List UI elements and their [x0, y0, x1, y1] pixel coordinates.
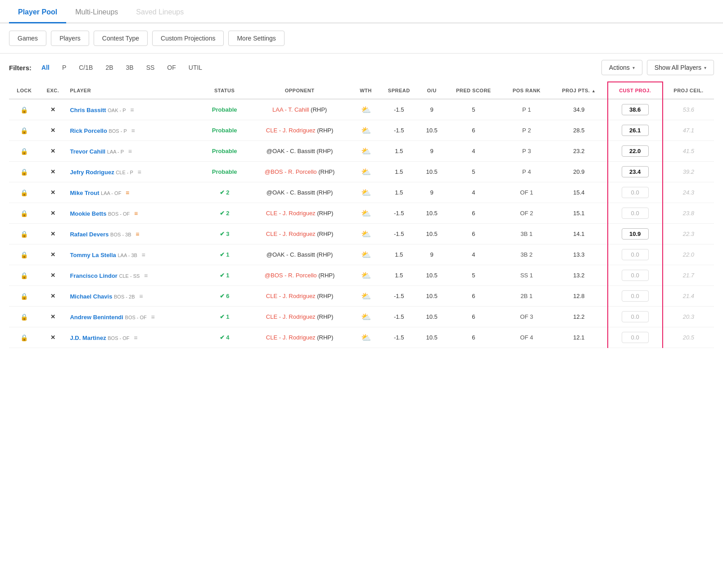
- opponent-name[interactable]: @OAK - C. Bassitt: [267, 251, 315, 258]
- lock-cell[interactable]: 🔒: [9, 203, 40, 224]
- pos-filter-p[interactable]: P: [59, 63, 69, 72]
- cust-proj-input[interactable]: [622, 311, 649, 322]
- player-note-icon[interactable]: ≡: [126, 189, 129, 196]
- cust-proj-input[interactable]: [622, 290, 649, 302]
- pos-filter-ss[interactable]: SS: [144, 63, 158, 72]
- lock-cell[interactable]: 🔒: [9, 162, 40, 182]
- pos-filter-3b[interactable]: 3B: [123, 63, 136, 72]
- opponent-name[interactable]: CLE - J. Rodriguez: [266, 231, 316, 237]
- opponent-name[interactable]: @BOS - R. Porcello: [265, 168, 317, 175]
- opponent-name[interactable]: LAA - T. Cahill: [272, 106, 309, 113]
- lock-cell[interactable]: 🔒: [9, 120, 40, 141]
- exclude-icon[interactable]: ✕: [50, 313, 55, 320]
- lock-cell[interactable]: 🔒: [9, 182, 40, 203]
- player-note-icon[interactable]: ≡: [137, 168, 141, 176]
- player-note-icon[interactable]: ≡: [134, 334, 137, 341]
- exc-cell[interactable]: ✕: [40, 327, 67, 348]
- contest-type-filter-button[interactable]: Contest Type: [94, 31, 148, 46]
- cust-proj-input[interactable]: [622, 166, 649, 177]
- lock-icon[interactable]: 🔒: [20, 231, 28, 238]
- player-name[interactable]: Trevor Cahill: [70, 148, 105, 155]
- lock-icon[interactable]: 🔒: [20, 189, 28, 196]
- cust-proj-input[interactable]: [622, 228, 649, 240]
- cust-proj-input[interactable]: [622, 104, 649, 115]
- lock-cell[interactable]: 🔒: [9, 224, 40, 244]
- player-name[interactable]: Chris Bassitt: [70, 107, 106, 113]
- exclude-icon[interactable]: ✕: [50, 293, 55, 299]
- exc-cell[interactable]: ✕: [40, 99, 67, 120]
- cust-proj-input[interactable]: [622, 187, 649, 198]
- player-name[interactable]: Francisco Lindor: [70, 272, 117, 279]
- pos-filter-c1b[interactable]: C/1B: [76, 63, 95, 72]
- opponent-name[interactable]: @OAK - C. Bassitt: [267, 189, 315, 196]
- player-name[interactable]: Jefry Rodriguez: [70, 169, 114, 176]
- exc-cell[interactable]: ✕: [40, 182, 67, 203]
- pos-filter-all[interactable]: All: [39, 63, 52, 72]
- lock-icon[interactable]: 🔒: [20, 127, 28, 134]
- exclude-icon[interactable]: ✕: [50, 148, 55, 154]
- exclude-icon[interactable]: ✕: [50, 210, 55, 217]
- player-note-icon[interactable]: ≡: [144, 272, 148, 279]
- player-name[interactable]: Mike Trout: [70, 190, 99, 196]
- cust-proj-input[interactable]: [622, 332, 649, 343]
- cust-proj-input[interactable]: [622, 125, 649, 136]
- opponent-name[interactable]: CLE - J. Rodriguez: [266, 293, 316, 299]
- player-note-icon[interactable]: ≡: [134, 210, 138, 217]
- show-all-players-dropdown-button[interactable]: Show All Players ▾: [647, 60, 714, 75]
- players-filter-button[interactable]: Players: [51, 31, 89, 46]
- tab-player-pool[interactable]: Player Pool: [9, 0, 66, 23]
- lock-icon[interactable]: 🔒: [20, 168, 28, 176]
- player-note-icon[interactable]: ≡: [130, 106, 134, 113]
- player-note-icon[interactable]: ≡: [139, 293, 143, 300]
- exc-cell[interactable]: ✕: [40, 265, 67, 286]
- lock-icon[interactable]: 🔒: [20, 251, 28, 258]
- player-note-icon[interactable]: ≡: [151, 313, 154, 321]
- lock-icon[interactable]: 🔒: [20, 293, 28, 300]
- exc-cell[interactable]: ✕: [40, 286, 67, 307]
- exc-cell[interactable]: ✕: [40, 203, 67, 224]
- lock-cell[interactable]: 🔒: [9, 244, 40, 265]
- lock-icon[interactable]: 🔒: [20, 148, 28, 155]
- exclude-icon[interactable]: ✕: [50, 168, 55, 175]
- exclude-icon[interactable]: ✕: [50, 106, 55, 113]
- exclude-icon[interactable]: ✕: [50, 189, 55, 196]
- player-name[interactable]: Mookie Betts: [70, 210, 106, 217]
- exclude-icon[interactable]: ✕: [50, 272, 55, 279]
- pos-filter-of[interactable]: OF: [164, 63, 178, 72]
- pos-filter-util[interactable]: UTIL: [186, 63, 205, 72]
- pos-filter-2b[interactable]: 2B: [103, 63, 116, 72]
- custom-projections-filter-button[interactable]: Custom Projections: [152, 31, 224, 46]
- more-settings-filter-button[interactable]: More Settings: [228, 31, 284, 46]
- cust-proj-input[interactable]: [622, 249, 649, 260]
- player-note-icon[interactable]: ≡: [141, 251, 145, 258]
- lock-icon[interactable]: 🔒: [20, 272, 28, 279]
- player-name[interactable]: Tommy La Stella: [70, 252, 116, 258]
- exclude-icon[interactable]: ✕: [50, 251, 55, 258]
- opponent-name[interactable]: @OAK - C. Bassitt: [267, 148, 315, 154]
- player-note-icon[interactable]: ≡: [136, 231, 139, 238]
- exclude-icon[interactable]: ✕: [50, 127, 55, 134]
- exc-cell[interactable]: ✕: [40, 120, 67, 141]
- lock-cell[interactable]: 🔒: [9, 286, 40, 307]
- tab-multi-lineups[interactable]: Multi-Lineups: [66, 0, 127, 23]
- exc-cell[interactable]: ✕: [40, 307, 67, 327]
- lock-icon[interactable]: 🔒: [20, 210, 28, 217]
- opponent-name[interactable]: @BOS - R. Porcello: [265, 272, 317, 279]
- player-note-icon[interactable]: ≡: [131, 127, 135, 134]
- player-note-icon[interactable]: ≡: [128, 148, 132, 155]
- lock-cell[interactable]: 🔒: [9, 265, 40, 286]
- games-filter-button[interactable]: Games: [9, 31, 46, 46]
- lock-icon[interactable]: 🔒: [20, 334, 28, 341]
- cust-proj-input[interactable]: [622, 145, 649, 157]
- lock-cell[interactable]: 🔒: [9, 99, 40, 120]
- exc-cell[interactable]: ✕: [40, 162, 67, 182]
- lock-cell[interactable]: 🔒: [9, 141, 40, 162]
- lock-icon[interactable]: 🔒: [20, 106, 28, 113]
- cust-proj-input[interactable]: [622, 270, 649, 281]
- player-name[interactable]: J.D. Martinez: [70, 335, 106, 341]
- cust-proj-input[interactable]: [622, 208, 649, 219]
- exc-cell[interactable]: ✕: [40, 244, 67, 265]
- exc-cell[interactable]: ✕: [40, 224, 67, 244]
- exclude-icon[interactable]: ✕: [50, 334, 55, 341]
- lock-cell[interactable]: 🔒: [9, 327, 40, 348]
